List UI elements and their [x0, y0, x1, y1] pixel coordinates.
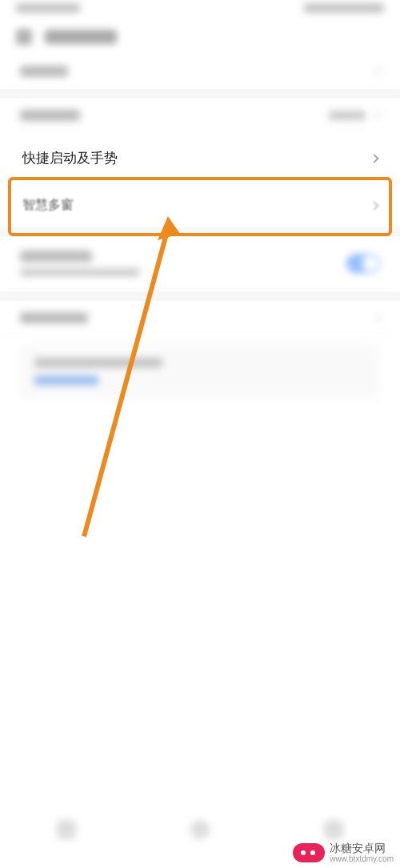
- chevron-right-icon: [370, 201, 378, 210]
- settings-row-blurred-1[interactable]: [0, 54, 400, 89]
- shortcut-gesture-label: 快捷启动及手势: [22, 149, 118, 167]
- row-label: [20, 110, 80, 121]
- info-text: [34, 358, 162, 368]
- toggle-row[interactable]: [0, 236, 400, 291]
- nav-back-button[interactable]: [57, 820, 76, 839]
- chevron-right-icon: [372, 66, 381, 75]
- section-divider: [0, 291, 400, 301]
- section-divider: [0, 227, 400, 236]
- row-label: [20, 66, 68, 77]
- page-header: [0, 19, 400, 54]
- info-card: [20, 344, 380, 400]
- chevron-right-icon: [372, 111, 381, 119]
- shortcut-gesture-row[interactable]: 快捷启动及手势: [0, 133, 400, 183]
- chevron-right-icon: [372, 313, 381, 322]
- settings-row-blurred-2[interactable]: [0, 301, 400, 336]
- info-link[interactable]: [34, 376, 98, 385]
- back-icon[interactable]: [16, 29, 32, 45]
- section-divider: [0, 89, 400, 98]
- toggle-switch[interactable]: [346, 254, 380, 273]
- status-time: [16, 3, 80, 13]
- row-value: [329, 111, 366, 120]
- watermark-url: www.btxtdmy.com: [330, 854, 394, 863]
- smart-multiwindow-label: 智慧多窗: [22, 197, 74, 214]
- navigation-bar: [0, 814, 400, 846]
- smart-multiwindow-row[interactable]: 智慧多窗: [0, 184, 400, 227]
- row-label: [20, 312, 88, 323]
- nav-home-button[interactable]: [190, 820, 210, 839]
- page-title: [45, 30, 117, 44]
- chevron-right-icon: [370, 154, 378, 163]
- toggle-label-group: [20, 251, 140, 276]
- watermark-text-group: 冰糖安卓网 www.btxtdmy.com: [330, 842, 394, 863]
- row-label: [20, 251, 92, 262]
- nav-recent-button[interactable]: [324, 820, 343, 839]
- row-sublabel: [20, 268, 140, 276]
- status-bar: [0, 0, 400, 19]
- one-hand-mode-row[interactable]: [0, 98, 400, 133]
- watermark: 冰糖安卓网 www.btxtdmy.com: [293, 842, 394, 863]
- status-icons: [304, 3, 384, 13]
- watermark-logo-icon: [293, 843, 325, 862]
